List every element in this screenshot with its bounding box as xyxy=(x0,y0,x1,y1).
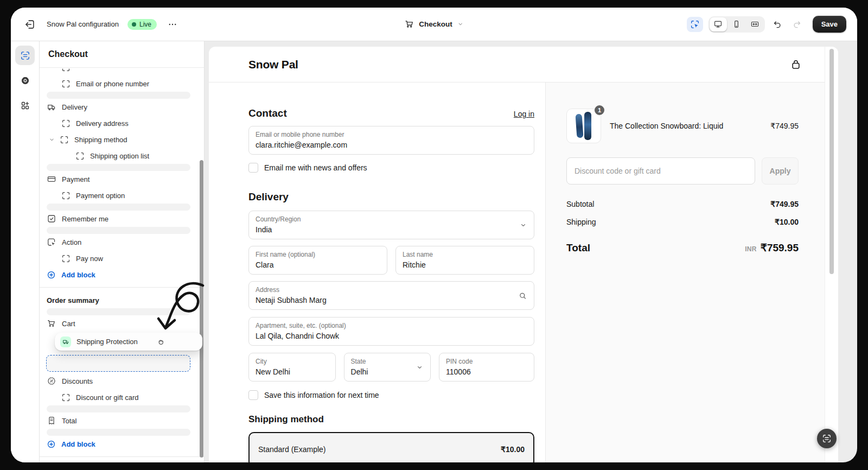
address-input[interactable]: Address Netaji Subhash Marg xyxy=(248,281,534,310)
fullwidth-view-button[interactable] xyxy=(746,17,764,31)
plus-circle-icon xyxy=(47,270,56,280)
tree-item-total[interactable]: Total xyxy=(40,412,204,429)
sections-panel: Checkout Email or phone number Delivery … xyxy=(39,41,205,462)
chevron-down-icon[interactable] xyxy=(48,136,55,143)
mobile-view-button[interactable] xyxy=(728,17,745,31)
add-block-label: Add block xyxy=(61,271,95,279)
redo-button[interactable] xyxy=(790,17,804,31)
exit-icon xyxy=(24,18,36,30)
main-area: Checkout Email or phone number Delivery … xyxy=(11,41,857,462)
order-summary-heading: Order summary xyxy=(40,292,204,308)
preview-scrollbar[interactable] xyxy=(829,49,834,274)
subtotal-label: Subtotal xyxy=(566,200,594,208)
tree-item-delivery[interactable]: Delivery xyxy=(40,99,204,115)
save-info-checkbox-row[interactable]: Save this information for next time xyxy=(248,390,534,400)
subtotal-row: Subtotal ₹749.95 xyxy=(566,200,799,208)
order-summary-panel: 1 The Collection Snowboard: Liquid ₹749.… xyxy=(545,82,825,462)
last-name-input[interactable]: Last name Ritchie xyxy=(395,246,534,275)
undo-icon xyxy=(773,20,782,29)
product-title: The Collection Snowboard: Liquid xyxy=(610,122,723,130)
shop-name[interactable]: Snow Pal xyxy=(248,58,790,71)
pin-code-input[interactable]: PIN code 110006 xyxy=(439,353,534,382)
login-link[interactable]: Log in xyxy=(514,110,534,118)
rail-apps-button[interactable] xyxy=(15,96,35,115)
checkbox-icon xyxy=(47,214,56,224)
line-item: 1 The Collection Snowboard: Liquid ₹749.… xyxy=(566,109,799,143)
apartment-value: Lal Qila, Chandni Chowk xyxy=(256,331,514,341)
device-preview-segment xyxy=(709,16,765,33)
add-block-label: Add block xyxy=(61,440,95,448)
news-offers-checkbox-row[interactable]: Email me with news and offers xyxy=(248,163,534,173)
tree-item-pay-now[interactable]: Pay now xyxy=(40,250,204,266)
save-button[interactable]: Save xyxy=(813,16,846,33)
block-icon xyxy=(75,151,85,161)
add-block-button-1[interactable]: Add block xyxy=(40,266,204,283)
tree-item-payment[interactable]: Payment xyxy=(40,171,204,187)
tree-item-payment-option[interactable]: Payment option xyxy=(40,187,204,204)
tree-item-label: Shipping method xyxy=(74,136,127,144)
state-label: State xyxy=(351,358,411,366)
tree-item-action[interactable]: Action xyxy=(40,234,204,250)
tree-item-label: Cart xyxy=(62,320,75,328)
block-icon xyxy=(60,135,69,144)
toggle-sections-overlay-button[interactable] xyxy=(817,429,837,448)
tree-item-label: Payment option xyxy=(76,192,125,200)
block-icon xyxy=(61,68,71,72)
dragged-block-label: Shipping Protection xyxy=(76,338,138,346)
drop-target-zone[interactable] xyxy=(46,355,190,372)
more-actions-button[interactable] xyxy=(165,17,180,31)
total-value: ₹759.95 xyxy=(761,242,799,254)
tree-item-shipping-method[interactable]: Shipping method xyxy=(40,131,204,148)
save-info-label: Save this information for next time xyxy=(264,391,379,399)
email-value: clara.ritchie@example.com xyxy=(256,139,514,150)
apartment-input[interactable]: Apartment, suite, etc. (optional) Lal Qi… xyxy=(248,317,534,346)
apply-button[interactable]: Apply xyxy=(762,157,799,185)
payment-card-icon xyxy=(47,174,56,184)
tree-item-label: Email or phone number xyxy=(76,80,149,88)
city-input[interactable]: City New Delhi xyxy=(248,353,336,382)
shopping-bag-icon[interactable] xyxy=(790,59,802,71)
tree-item-label: Payment xyxy=(62,175,90,183)
undo-button[interactable] xyxy=(770,17,784,31)
country-select[interactable]: Country/Region India xyxy=(248,211,534,239)
first-name-input[interactable]: First name (optional) Clara xyxy=(248,246,387,275)
news-offers-checkbox[interactable] xyxy=(248,163,258,173)
tree-item-cart[interactable]: Cart xyxy=(40,315,204,332)
tree-item-remember-me[interactable]: Remember me xyxy=(40,211,204,227)
state-value: Delhi xyxy=(351,366,411,377)
tree-item-discounts[interactable]: Discounts xyxy=(40,373,204,389)
rail-sections-button[interactable] xyxy=(15,46,35,65)
tree-item-label: Pay now xyxy=(76,255,103,263)
block-icon xyxy=(61,254,71,263)
tree-item-shipping-option-list[interactable]: Shipping option list xyxy=(40,148,204,164)
add-block-button-2[interactable]: Add block xyxy=(40,436,204,452)
tree-item-label: Total xyxy=(62,417,76,425)
shipping-option-standard[interactable]: Standard (Example) ₹10.00 xyxy=(248,432,534,462)
save-info-checkbox[interactable] xyxy=(248,390,258,400)
subtotal-value: ₹749.95 xyxy=(770,200,799,208)
preview-scroll-gutter xyxy=(825,47,838,462)
plus-circle-icon xyxy=(47,440,56,449)
state-select[interactable]: State Delhi xyxy=(344,353,431,382)
desktop-view-button[interactable] xyxy=(710,17,727,31)
total-row: Total INR ₹759.95 xyxy=(566,242,799,254)
news-offers-label: Email me with news and offers xyxy=(264,163,367,172)
panel-scrollbar[interactable] xyxy=(200,160,203,458)
tree-item-email-or-phone[interactable]: Email or phone number xyxy=(40,75,204,92)
page-selector[interactable]: Checkout xyxy=(401,18,467,30)
last-name-label: Last name xyxy=(403,251,514,259)
inspector-toggle-button[interactable] xyxy=(687,17,703,32)
discount-code-input[interactable] xyxy=(566,157,755,185)
live-status-badge: Live xyxy=(127,19,157,30)
tree-item-delivery-address[interactable]: Delivery address xyxy=(40,115,204,131)
rail-settings-button[interactable] xyxy=(15,71,35,90)
product-thumbnail: 1 xyxy=(566,109,601,143)
tree-item-discount-or-gift-card[interactable]: Discount or gift card xyxy=(40,389,204,405)
tree-item-label: Discount or gift card xyxy=(76,393,139,402)
dragged-block-shipping-protection[interactable]: Shipping Protection xyxy=(55,333,202,351)
email-input[interactable]: Email or mobile phone number clara.ritch… xyxy=(248,126,534,155)
discount-row: Apply xyxy=(566,157,799,185)
tree-item-label: Delivery address xyxy=(76,119,129,128)
mobile-icon xyxy=(732,20,741,29)
exit-editor-button[interactable] xyxy=(22,16,38,33)
